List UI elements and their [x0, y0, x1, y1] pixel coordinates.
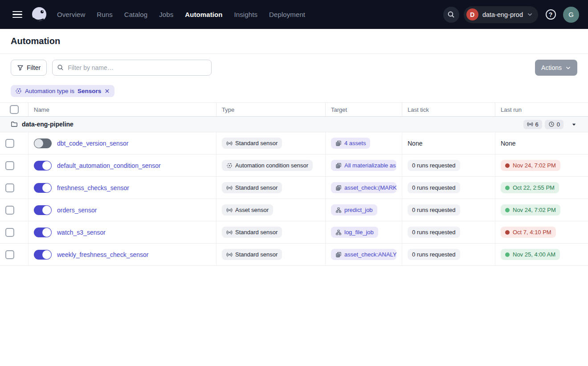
run-status-dot [505, 252, 510, 257]
table-row: weekly_freshness_check_sensor Standard s… [0, 244, 588, 266]
filter-chip-automation-type[interactable]: Automation type is Sensors [11, 85, 114, 97]
sensor-count-badge: 6 [523, 120, 542, 129]
toolbar: Filter Actions [0, 54, 588, 81]
chevron-down-icon [527, 12, 533, 17]
deployment-badge: D [466, 8, 478, 20]
table-row: default_automation_condition_sensor Auto… [0, 155, 588, 177]
row-checkbox[interactable] [5, 183, 14, 192]
nav-item-overview[interactable]: Overview [57, 11, 85, 18]
table-header: Name Type Target Last tick Last run [0, 103, 588, 117]
deployment-switcher[interactable]: D data-eng-prod [464, 6, 538, 23]
column-header-last-run: Last run [495, 103, 588, 116]
target-link[interactable]: log_file_job [331, 227, 378, 238]
last-run-value: None [501, 140, 515, 147]
deployment-name: data-eng-prod [482, 11, 523, 18]
target-link[interactable]: asset_check:(MARK [331, 182, 396, 193]
sensor-name-link[interactable]: watch_s3_sensor [57, 229, 106, 236]
sensor-icon [527, 121, 533, 127]
active-filters-row: Automation type is Sensors [0, 81, 588, 103]
nav-item-automation[interactable]: Automation [185, 11, 222, 18]
sensor-toggle[interactable] [34, 161, 52, 171]
actions-button[interactable]: Actions [535, 60, 577, 76]
table-row: orders_sensor Asset sensor predict_job 0… [0, 199, 588, 221]
sensor-type-label: Standard sensor [235, 140, 278, 146]
row-checkbox[interactable] [5, 161, 14, 170]
select-all-checkbox[interactable] [10, 105, 19, 114]
primary-nav: Overview Runs Catalog Jobs Automation In… [57, 11, 305, 18]
column-header-type: Type [216, 103, 326, 116]
sensor-toggle[interactable] [34, 250, 52, 260]
last-tick-value: None [408, 140, 422, 147]
sensor-name-link[interactable]: orders_sensor [57, 207, 97, 214]
run-status-dot [505, 208, 510, 212]
menu-icon[interactable] [9, 6, 26, 23]
sensor-toggle[interactable] [34, 183, 52, 193]
funnel-icon [17, 65, 24, 71]
sensor-type-label: Asset sensor [235, 207, 269, 213]
row-checkbox[interactable] [5, 250, 14, 259]
page-title: Automation [11, 36, 577, 46]
automation-condition-icon [15, 88, 22, 94]
sensor-icon [226, 207, 233, 213]
sensor-name-link[interactable]: freshness_checks_sensor [57, 184, 129, 191]
last-run-badge[interactable]: Oct 22, 2:55 PM [501, 182, 559, 193]
last-tick-badge: 0 runs requested [408, 204, 460, 216]
last-run-badge[interactable]: Nov 24, 7:02 PM [501, 204, 560, 216]
target-link[interactable]: predict_job [331, 204, 377, 216]
folder-icon [11, 121, 18, 128]
sensor-icon [226, 140, 233, 146]
sensor-icon [226, 185, 233, 191]
filter-button[interactable]: Filter [11, 60, 47, 76]
sensor-toggle[interactable] [34, 205, 52, 215]
target-link[interactable]: asset_check:ANALY [331, 249, 396, 260]
row-checkbox[interactable] [5, 206, 14, 215]
last-run-badge[interactable]: Nov 24, 7:02 PM [501, 160, 560, 171]
job-icon [335, 229, 342, 236]
sensor-toggle[interactable] [34, 228, 52, 237]
asset-icon [335, 185, 342, 191]
last-tick-badge: 0 runs requested [408, 182, 460, 193]
dagster-logo-icon[interactable] [29, 5, 49, 24]
help-icon[interactable]: ? [543, 7, 559, 23]
nav-item-jobs[interactable]: Jobs [159, 11, 173, 18]
last-run-badge[interactable]: Oct 7, 4:10 PM [501, 227, 556, 238]
sensor-name-link[interactable]: dbt_code_version_sensor [57, 140, 128, 147]
close-icon[interactable] [104, 88, 110, 94]
last-tick-badge: 0 runs requested [408, 160, 460, 171]
last-tick-badge: 0 runs requested [408, 249, 460, 260]
top-navigation: Overview Runs Catalog Jobs Automation In… [0, 0, 588, 29]
search-icon[interactable] [443, 7, 459, 23]
asset-icon [335, 163, 342, 169]
target-link[interactable]: All materializable as [331, 160, 396, 171]
row-checkbox[interactable] [5, 228, 14, 237]
filter-chip-label: Automation type is [25, 88, 74, 94]
target-link[interactable]: 4 assets [331, 138, 370, 149]
collapse-group-icon[interactable] [571, 121, 577, 128]
sensor-name-link[interactable]: default_automation_condition_sensor [57, 162, 161, 169]
nav-item-catalog[interactable]: Catalog [124, 11, 147, 18]
automation-condition-icon [226, 163, 233, 169]
run-status-dot [505, 186, 510, 190]
nav-item-deployment[interactable]: Deployment [269, 11, 305, 18]
nav-item-runs[interactable]: Runs [97, 11, 112, 18]
repo-group-name: data-eng-pipeline [22, 121, 74, 128]
last-tick-badge: 0 runs requested [408, 227, 460, 238]
sensor-icon [226, 252, 233, 258]
sensor-toggle[interactable] [34, 138, 52, 148]
column-header-last-tick: Last tick [402, 103, 495, 116]
repo-group-row[interactable]: data-eng-pipeline 6 0 [0, 117, 588, 132]
user-avatar[interactable]: G [563, 7, 579, 23]
sensor-name-link[interactable]: weekly_freshness_check_sensor [57, 251, 148, 258]
sensor-icon [226, 229, 233, 236]
filter-chip-value: Sensors [78, 88, 101, 94]
search-input-icon [57, 64, 64, 71]
sensor-type-label: Standard sensor [235, 184, 278, 191]
row-checkbox[interactable] [5, 139, 14, 148]
column-header-target: Target [326, 103, 402, 116]
sensor-type-label: Automation condition sensor [235, 162, 308, 169]
run-status-dot [505, 163, 510, 168]
last-run-badge[interactable]: Nov 25, 4:00 AM [501, 249, 560, 260]
clock-icon [548, 121, 555, 127]
filter-by-name-input[interactable] [52, 60, 212, 76]
nav-item-insights[interactable]: Insights [234, 11, 258, 18]
